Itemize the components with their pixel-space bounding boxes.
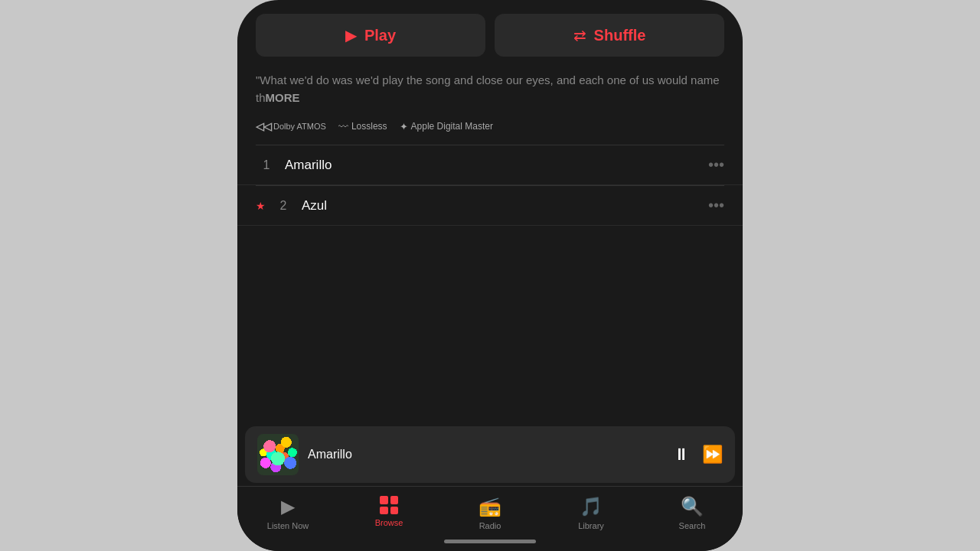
more-link[interactable]: MORE bbox=[266, 91, 300, 104]
dolby-icon: ◁◁ bbox=[256, 120, 271, 132]
dolby-label: Dolby ATMOS bbox=[273, 122, 326, 131]
radio-icon: 📻 bbox=[479, 496, 501, 517]
player-controls: ⏸ ⏩ bbox=[673, 445, 723, 465]
apple-digital-icon: ✦ bbox=[400, 121, 408, 132]
track-star-2: ★ bbox=[256, 200, 273, 212]
track-number-1: 1 bbox=[256, 158, 277, 172]
audio-badges: ◁◁ Dolby ATMOS 〰 Lossless ✦ Apple Digita… bbox=[237, 117, 743, 145]
home-bar bbox=[444, 540, 536, 543]
track-more-1[interactable]: ••• bbox=[708, 156, 724, 174]
track-name-1: Amarillo bbox=[285, 158, 708, 173]
tab-label-search: Search bbox=[679, 521, 706, 530]
next-track-button[interactable]: ⏩ bbox=[702, 445, 723, 465]
tab-label-browse: Browse bbox=[375, 518, 403, 527]
tab-library[interactable]: 🎵 Library bbox=[541, 493, 642, 535]
tab-listen-now[interactable]: ▶ Listen Now bbox=[237, 493, 338, 535]
track-more-2[interactable]: ••• bbox=[708, 197, 724, 214]
listen-now-icon: ▶ bbox=[281, 496, 295, 517]
lossless-badge: 〰 Lossless bbox=[338, 121, 387, 132]
app-content: ▶ Play ⇄ Shuffle "What we'd do was we'd … bbox=[237, 0, 743, 551]
tab-bar: ▶ Listen Now Browse 📻 Radio 🎵 Library 🔍 … bbox=[237, 486, 743, 535]
tab-label-listen-now: Listen Now bbox=[267, 521, 309, 530]
play-icon: ▶ bbox=[345, 26, 357, 44]
pause-button[interactable]: ⏸ bbox=[673, 445, 690, 465]
track-name-2: Azul bbox=[302, 198, 708, 214]
album-quote: "What we'd do was we'd play the song and… bbox=[237, 64, 743, 117]
tab-radio[interactable]: 📻 Radio bbox=[439, 493, 541, 535]
album-art-thumbnail bbox=[257, 434, 299, 475]
dolby-badge: ◁◁ Dolby ATMOS bbox=[256, 120, 326, 132]
tab-label-radio: Radio bbox=[479, 521, 501, 530]
play-button[interactable]: ▶ Play bbox=[256, 14, 485, 57]
shuffle-button[interactable]: ⇄ Shuffle bbox=[495, 14, 724, 57]
shuffle-label: Shuffle bbox=[594, 27, 646, 44]
lossless-label: Lossless bbox=[351, 121, 387, 132]
browse-icon bbox=[380, 496, 398, 514]
tab-browse[interactable]: Browse bbox=[338, 493, 439, 535]
apple-digital-label: Apple Digital Master bbox=[411, 121, 493, 132]
action-buttons-row: ▶ Play ⇄ Shuffle bbox=[237, 0, 743, 64]
quote-text: "What we'd do was we'd play the song and… bbox=[256, 73, 720, 104]
track-list: 1 Amarillo ••• ★ 2 Azul ••• bbox=[237, 145, 743, 426]
tab-label-library: Library bbox=[578, 521, 604, 530]
album-art-image bbox=[257, 434, 299, 475]
home-indicator bbox=[237, 535, 743, 551]
library-icon: 🎵 bbox=[580, 496, 603, 517]
track-row-1[interactable]: 1 Amarillo ••• bbox=[237, 145, 743, 185]
phone-frame: ▶ Play ⇄ Shuffle "What we'd do was we'd … bbox=[237, 0, 743, 551]
tab-search[interactable]: 🔍 Search bbox=[642, 493, 743, 535]
shuffle-icon: ⇄ bbox=[573, 26, 586, 44]
track-number-2: 2 bbox=[273, 199, 294, 213]
apple-digital-badge: ✦ Apple Digital Master bbox=[400, 121, 493, 132]
track-row-2[interactable]: ★ 2 Azul ••• bbox=[237, 186, 743, 226]
search-icon: 🔍 bbox=[681, 496, 704, 517]
lossless-icon: 〰 bbox=[338, 121, 348, 132]
play-label: Play bbox=[364, 27, 396, 44]
mini-player[interactable]: Amarillo ⏸ ⏩ bbox=[245, 426, 735, 483]
now-playing-title: Amarillo bbox=[308, 448, 664, 461]
